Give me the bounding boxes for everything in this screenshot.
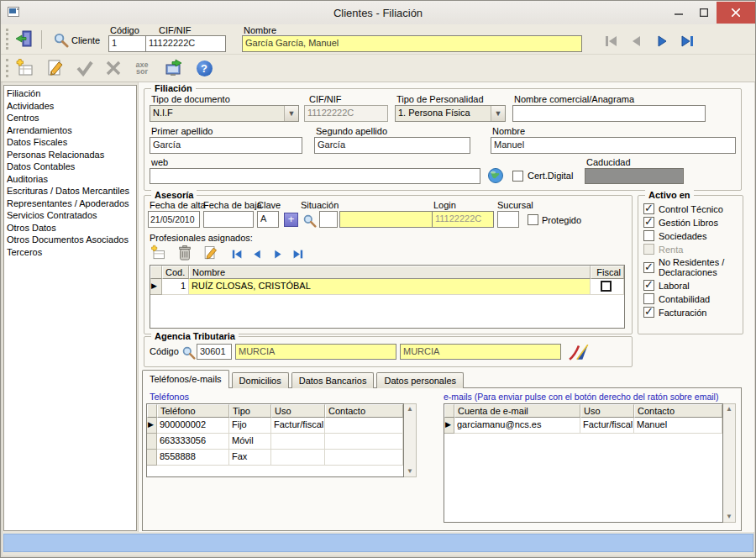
primer-apellido-field[interactable]: García bbox=[150, 137, 302, 154]
scroll-down-icon[interactable]: ▼ bbox=[726, 512, 732, 522]
col-header-cuenta[interactable]: Cuenta de e-mail bbox=[454, 404, 580, 418]
sucursal-field[interactable] bbox=[497, 211, 519, 228]
axesor-button[interactable]: axesor bbox=[131, 57, 153, 79]
col-header-contacto[interactable]: Contacto bbox=[325, 404, 403, 418]
minimize-button[interactable] bbox=[666, 2, 691, 24]
cell-cod[interactable]: 1 bbox=[162, 279, 189, 295]
col-header-fiscal[interactable]: Fiscal bbox=[591, 266, 624, 279]
aeat-button[interactable] bbox=[568, 341, 590, 363]
cert-digital-checkbox[interactable] bbox=[512, 171, 523, 182]
nombre-field[interactable]: García García, Manuel bbox=[242, 35, 582, 52]
help-button[interactable]: ? bbox=[193, 57, 215, 79]
activo-control-tecnico[interactable]: Control Técnico bbox=[643, 203, 743, 214]
row-selector-icon[interactable] bbox=[444, 418, 454, 434]
prof-prev-button[interactable] bbox=[249, 245, 265, 262]
clave-field[interactable]: A bbox=[257, 211, 279, 228]
activo-sociedades[interactable]: Sociedades bbox=[643, 230, 743, 241]
tab-telefonos-emails[interactable]: Teléfonos/e-mails bbox=[142, 370, 229, 388]
tipo-documento-select[interactable]: N.I.F▼ bbox=[150, 105, 299, 122]
cell-uso[interactable] bbox=[271, 434, 325, 450]
emails-scrollbar[interactable]: ▲▼ bbox=[723, 403, 736, 523]
segundo-apellido-field[interactable]: García bbox=[314, 137, 470, 154]
cell-tipo[interactable]: Fijo bbox=[229, 418, 271, 434]
sidebar-item-datos-contables[interactable]: Datos Contables bbox=[7, 161, 136, 173]
situacion-desc-field[interactable] bbox=[339, 211, 432, 228]
cell-tipo[interactable]: Móvil bbox=[229, 434, 271, 450]
row-selector-icon[interactable] bbox=[147, 418, 157, 434]
maximize-button[interactable] bbox=[691, 2, 717, 24]
sidebar-item-terceros[interactable]: Terceros bbox=[7, 246, 136, 259]
telefonos-scrollbar[interactable]: ▲▼ bbox=[404, 403, 417, 477]
search-situacion-button[interactable] bbox=[301, 212, 318, 229]
prof-last-button[interactable] bbox=[289, 245, 306, 262]
activo-gestion-libros[interactable]: Gestión Libros bbox=[643, 217, 743, 228]
cell-telefono[interactable]: 8558888 bbox=[157, 450, 229, 466]
toolbar-grip-2[interactable] bbox=[6, 59, 8, 77]
col-header-nombre[interactable]: Nombre bbox=[189, 266, 591, 279]
fecha-alta-field[interactable]: 21/05/2010 bbox=[148, 211, 200, 228]
tab-datos-bancarios[interactable]: Datos Bancarios bbox=[291, 372, 375, 388]
tab-datos-personales[interactable]: Datos personales bbox=[376, 372, 464, 388]
sidebar-item-actividades[interactable]: Actividades bbox=[7, 100, 136, 113]
row-selector-icon[interactable] bbox=[150, 279, 162, 295]
activo-facturacion[interactable]: Facturación bbox=[643, 307, 743, 318]
tipo-personalidad-select[interactable]: 1. Persona Física▼ bbox=[395, 105, 506, 122]
confirm-button[interactable] bbox=[74, 57, 96, 79]
cell-nombre[interactable]: RUÍZ CLOSAS, CRISTÓBAL bbox=[189, 279, 591, 295]
send-data-button[interactable] bbox=[163, 57, 185, 79]
open-web-button[interactable] bbox=[487, 167, 504, 184]
prof-edit-button[interactable] bbox=[202, 245, 218, 261]
prof-first-button[interactable] bbox=[228, 245, 245, 262]
row-selector[interactable] bbox=[147, 450, 157, 466]
filiacion-cif-field[interactable]: 11122222C bbox=[304, 105, 388, 122]
sidebar-item-datos-fiscales[interactable]: Datos Fiscales bbox=[7, 136, 136, 149]
cifnif-field[interactable]: 11122222C bbox=[145, 35, 226, 52]
sidebar-item-arrendamientos[interactable]: Arrendamientos bbox=[7, 124, 136, 137]
fecha-baja-field[interactable] bbox=[203, 211, 254, 228]
sidebar-item-personas-relacionadas[interactable]: Personas Relacionadas bbox=[7, 149, 136, 161]
web-field[interactable] bbox=[150, 168, 480, 184]
cell-contacto[interactable] bbox=[325, 450, 403, 466]
sidebar-item-filiacion[interactable]: Filiación bbox=[7, 87, 136, 100]
sidebar-item-otros-datos[interactable]: Otros Datos bbox=[7, 222, 136, 234]
agencia-codigo-field[interactable]: 30601 bbox=[197, 344, 232, 360]
search-agencia-button[interactable] bbox=[180, 344, 197, 361]
cancel-button[interactable] bbox=[102, 57, 124, 79]
add-situacion-button[interactable]: + bbox=[284, 213, 298, 227]
nav-last-button[interactable] bbox=[676, 30, 698, 52]
col-header-uso[interactable]: Uso bbox=[580, 404, 634, 418]
nombre-comercial-field[interactable] bbox=[512, 105, 706, 122]
protegido-checkbox[interactable] bbox=[528, 214, 538, 225]
situacion-code-field[interactable] bbox=[319, 211, 338, 228]
toolbar-grip[interactable] bbox=[6, 29, 8, 50]
sidebar-item-otros-documentos[interactable]: Otros Documentos Asociados bbox=[7, 234, 136, 246]
tab-domicilios[interactable]: Domicilios bbox=[232, 372, 289, 388]
agencia-delegacion-field[interactable]: MURCIA bbox=[400, 344, 561, 360]
cell-tipo[interactable]: Fax bbox=[229, 450, 271, 466]
row-selector[interactable] bbox=[147, 434, 157, 450]
sidebar-item-escrituras[interactable]: Escrituras / Datos Mercantiles bbox=[7, 185, 136, 197]
col-header-telefono[interactable]: Teléfono bbox=[157, 404, 229, 418]
scroll-up-icon[interactable]: ▲ bbox=[407, 404, 413, 414]
scroll-up-icon[interactable]: ▲ bbox=[726, 404, 732, 414]
cell-telefono[interactable]: 900000002 bbox=[157, 418, 229, 434]
nav-first-button[interactable] bbox=[601, 30, 622, 52]
nav-next-button[interactable] bbox=[651, 30, 673, 52]
cell-contacto[interactable] bbox=[325, 434, 403, 450]
cell-contacto[interactable]: Manuel bbox=[634, 418, 722, 434]
cell-cuenta[interactable]: garciamanu@ncs.es bbox=[454, 418, 580, 434]
nav-prev-button[interactable] bbox=[626, 30, 648, 52]
cell-contacto[interactable] bbox=[325, 418, 403, 434]
activo-laboral[interactable]: Laboral bbox=[643, 280, 743, 291]
agencia-municipio-field[interactable]: MURCIA bbox=[235, 344, 396, 360]
prof-delete-button[interactable] bbox=[176, 245, 193, 261]
sidebar-item-servicios[interactable]: Servicios Contratados bbox=[7, 209, 136, 222]
prof-add-button[interactable] bbox=[150, 245, 166, 261]
cell-telefono[interactable]: 663333056 bbox=[157, 434, 229, 450]
prof-next-button[interactable] bbox=[269, 245, 286, 262]
exit-button[interactable] bbox=[13, 28, 35, 50]
col-header-uso[interactable]: Uso bbox=[271, 404, 325, 418]
cell-uso[interactable]: Factur/fiscal bbox=[580, 418, 634, 434]
cell-uso[interactable] bbox=[271, 450, 325, 466]
col-header-tipo[interactable]: Tipo bbox=[229, 404, 271, 418]
